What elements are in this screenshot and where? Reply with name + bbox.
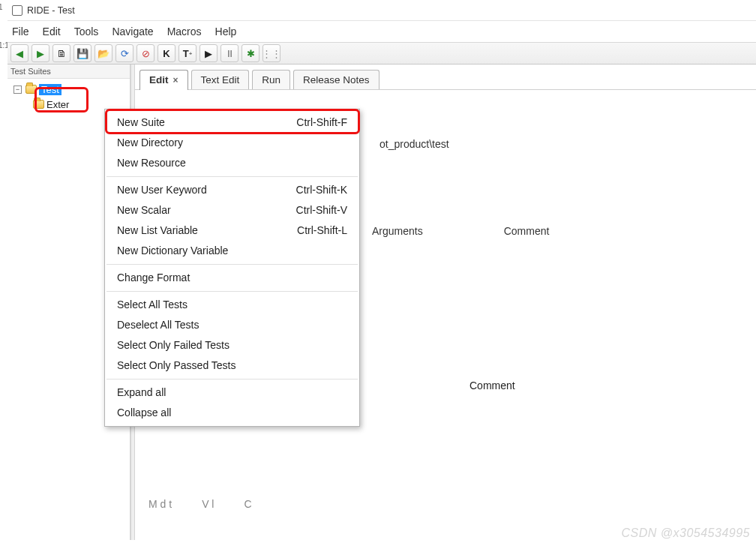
bottom-sub-tabs: M d t V l C [142, 498, 252, 510]
menu-item-new-resource[interactable]: New Resource [105, 153, 359, 173]
menu-item-expand-all[interactable]: Expand all [105, 382, 359, 403]
menu-separator [106, 291, 358, 292]
gutter-line-numbers: 1 1:1 [0, 0, 6, 52]
collapse-icon[interactable]: − [14, 86, 22, 94]
menu-item-select-only-failed[interactable]: Select Only Failed Tests [105, 335, 359, 356]
tree-node-test[interactable]: − Test [12, 82, 130, 97]
menu-separator [106, 379, 358, 380]
header-arguments: Arguments [372, 225, 423, 237]
menu-navigate[interactable]: Navigate [112, 26, 153, 38]
save-icon[interactable]: 💾 [74, 44, 92, 62]
tab-bar: Edit × Text Edit Run Release Notes [135, 64, 756, 90]
menu-file[interactable]: File [12, 26, 29, 38]
menu-item-new-directory[interactable]: New Directory [105, 133, 359, 153]
keyword-k-icon[interactable]: K [158, 44, 176, 62]
menu-item-new-user-keyword[interactable]: New User Keyword Ctrl-Shift-K [105, 180, 359, 200]
bug-icon[interactable]: ✱ [242, 44, 260, 62]
menu-tools[interactable]: Tools [74, 26, 99, 38]
tree-header: Test Suites [8, 64, 130, 79]
forward-icon[interactable]: ▶ [32, 44, 50, 62]
menu-macros[interactable]: Macros [167, 26, 202, 38]
folder-icon [26, 85, 37, 94]
source-path: ot_product\test [380, 138, 744, 150]
subtab-comment[interactable]: C [244, 498, 251, 510]
titlebar: RIDE - Test [8, 0, 756, 21]
menu-item-select-all-tests[interactable]: Select All Tests [105, 295, 359, 315]
open-folder-icon[interactable]: 📂 [94, 44, 112, 62]
menu-item-new-scalar[interactable]: New Scalar Ctrl-Shift-V [105, 200, 359, 220]
tree-node-label: Exter [46, 99, 69, 110]
header-comment: Comment [504, 225, 550, 237]
header-comment-2: Comment [470, 380, 744, 392]
test-suites-tree: − Test Exter [8, 79, 130, 112]
subtab-metadata[interactable]: M d t [148, 498, 172, 510]
menu-item-collapse-all[interactable]: Collapse all [105, 403, 359, 423]
menu-item-change-format[interactable]: Change Format [105, 268, 359, 288]
tab-text-edit[interactable]: Text Edit [191, 70, 250, 89]
menu-separator [106, 176, 358, 177]
tab-run[interactable]: Run [252, 70, 290, 89]
close-icon[interactable]: × [173, 75, 178, 86]
menu-item-new-list-variable[interactable]: New List Variable Ctrl-Shift-L [105, 220, 359, 241]
menu-item-new-suite[interactable]: New Suite Ctrl-Shift-F [105, 112, 359, 133]
new-icon[interactable]: 🗎 [52, 44, 70, 62]
app-icon [12, 5, 22, 16]
menu-item-deselect-all-tests[interactable]: Deselect All Tests [105, 315, 359, 335]
window-title: RIDE - Test [27, 5, 75, 16]
subtab-value[interactable]: V l [202, 498, 214, 510]
folder-icon [33, 100, 44, 109]
pause-icon[interactable]: ⏸ [220, 44, 238, 62]
menu-help[interactable]: Help [215, 26, 237, 38]
back-icon[interactable]: ◀ [10, 44, 28, 62]
menu-item-new-dictionary-variable[interactable]: New Dictionary Variable [105, 241, 359, 261]
grip-icon[interactable]: ⋮⋮ [262, 44, 280, 62]
settings-headers: Arguments Comment [372, 225, 744, 237]
toolbar: ◀ ▶ 🗎 💾 📂 ⟳ ⊘ K T+ ▶ ⏸ ✱ ⋮⋮ [8, 42, 756, 64]
context-menu: New Suite Ctrl-Shift-F New Directory New… [104, 109, 360, 427]
menu-edit[interactable]: Edit [43, 26, 61, 38]
tab-edit[interactable]: Edit × [140, 70, 188, 90]
play-icon[interactable]: ▶ [200, 44, 218, 62]
menu-separator [106, 264, 358, 265]
tree-node-label: Test [39, 84, 62, 95]
testcase-t-icon[interactable]: T+ [178, 44, 196, 62]
tab-release-notes[interactable]: Release Notes [293, 70, 380, 89]
reload-icon[interactable]: ⟳ [116, 44, 134, 62]
menubar: File Edit Tools Navigate Macros Help [8, 21, 756, 42]
menu-item-select-only-passed[interactable]: Select Only Passed Tests [105, 356, 359, 376]
stop-icon[interactable]: ⊘ [136, 44, 154, 62]
